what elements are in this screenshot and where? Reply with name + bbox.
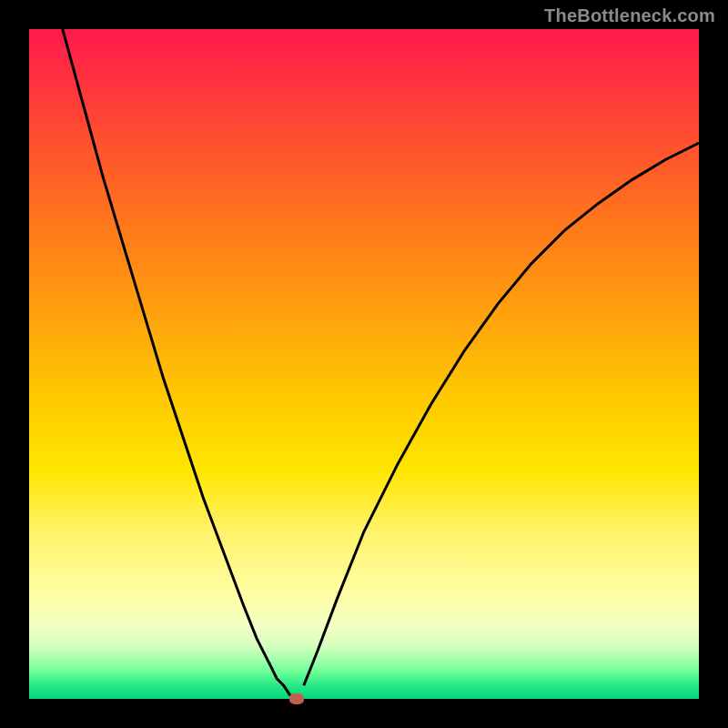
bottleneck-curve-right	[304, 143, 699, 685]
curve-svg	[29, 29, 699, 699]
watermark-label: TheBottleneck.com	[544, 5, 715, 26]
chart-frame: TheBottleneck.com	[0, 0, 728, 728]
plot-area	[29, 29, 699, 699]
bottleneck-marker	[289, 693, 304, 704]
bottleneck-curve-left	[63, 29, 290, 695]
